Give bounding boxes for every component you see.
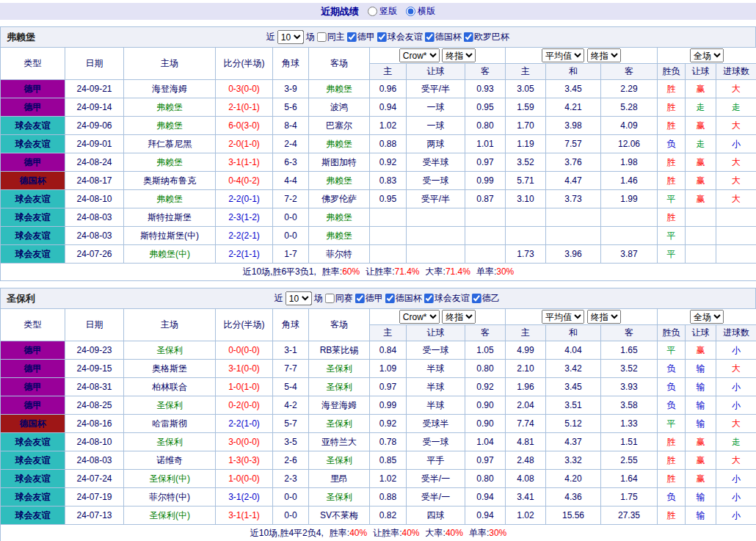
league-filter[interactable]: 德乙 — [472, 292, 500, 305]
match-count-select[interactable]: 10 — [277, 30, 304, 44]
odds-source-select[interactable]: Crow* — [399, 48, 440, 62]
away-team[interactable]: 弗赖堡 — [309, 172, 370, 190]
layout-option-horizontal[interactable]: 横版 — [406, 5, 435, 18]
league-filter[interactable]: 德甲 — [347, 31, 375, 43]
away-team[interactable]: 佛罗伦萨 — [309, 190, 370, 208]
away-team[interactable]: 亚特兰大 — [309, 433, 370, 451]
home-team[interactable]: 弗赖堡(中) — [124, 245, 216, 264]
home-team[interactable]: 斯特拉斯堡(中) — [124, 227, 216, 245]
away-team[interactable]: 菲尔特 — [309, 245, 370, 264]
league-badge[interactable]: 球会友谊 — [1, 488, 65, 506]
league-badge[interactable]: 德甲 — [1, 98, 65, 117]
away-team[interactable]: 斯图加特 — [309, 153, 370, 172]
scope-select[interactable]: 全场 — [690, 310, 724, 324]
odds-source-select[interactable]: Crow* — [399, 310, 440, 324]
league-badge[interactable]: 球会友谊 — [1, 245, 65, 264]
avg-stage-select[interactable]: 终指 — [587, 310, 621, 324]
league-filter[interactable]: 德甲 — [355, 292, 383, 305]
league-checkbox[interactable] — [425, 32, 435, 42]
home-team[interactable]: 海登海姆 — [124, 80, 216, 98]
league-badge[interactable]: 球会友谊 — [1, 451, 65, 470]
away-team[interactable]: 圣保利 — [309, 378, 370, 396]
home-team[interactable]: 圣保利(中) — [124, 506, 216, 525]
league-checkbox[interactable] — [385, 294, 395, 303]
home-team[interactable]: 奥格斯堡 — [124, 360, 216, 378]
league-badge[interactable]: 球会友谊 — [1, 135, 65, 153]
same-checkbox[interactable] — [317, 32, 327, 42]
league-badge[interactable]: 德国杯 — [1, 415, 65, 433]
league-checkbox[interactable] — [464, 32, 473, 42]
league-badge[interactable]: 德甲 — [1, 153, 65, 172]
league-badge[interactable]: 德甲 — [1, 378, 65, 396]
league-filter[interactable]: 欧罗巴杯 — [464, 31, 509, 43]
league-badge[interactable]: 德甲 — [1, 360, 65, 378]
home-team[interactable]: 诺维奇 — [124, 451, 216, 470]
avg-stage-select[interactable]: 终指 — [587, 48, 621, 62]
home-team[interactable]: 弗赖堡 — [124, 153, 216, 172]
home-team[interactable]: 柏林联合 — [124, 378, 216, 396]
home-team[interactable]: 弗赖堡 — [124, 190, 216, 208]
league-checkbox[interactable] — [347, 32, 357, 42]
score-halftime: 0-3(0-0) — [216, 80, 273, 98]
home-team[interactable]: 奥斯纳布鲁克 — [124, 172, 216, 190]
same-filter[interactable]: 同主 — [317, 31, 345, 43]
league-badge[interactable]: 球会友谊 — [1, 117, 65, 135]
away-team[interactable]: SV不莱梅 — [309, 506, 370, 525]
layout-option-vertical[interactable]: 竖版 — [368, 5, 397, 18]
away-team[interactable]: 圣保利 — [309, 360, 370, 378]
home-team[interactable]: 拜仁慕尼黑 — [124, 135, 216, 153]
away-team[interactable]: 海登海姆 — [309, 396, 370, 415]
league-badge[interactable]: 球会友谊 — [1, 227, 65, 245]
away-team[interactable]: 里昂 — [309, 470, 370, 488]
away-team[interactable]: 圣保利 — [309, 415, 370, 433]
league-badge[interactable]: 球会友谊 — [1, 470, 65, 488]
home-team[interactable]: 圣保利(中) — [124, 470, 216, 488]
home-team[interactable]: 弗赖堡 — [124, 98, 216, 117]
home-team[interactable]: 圣保利 — [124, 341, 216, 360]
away-team[interactable]: 弗赖堡 — [309, 135, 370, 153]
league-filter[interactable]: 球会友谊 — [377, 31, 423, 43]
home-team[interactable]: 哈雷斯彻 — [124, 415, 216, 433]
league-badge[interactable]: 德甲 — [1, 80, 65, 98]
vertical-radio[interactable] — [368, 7, 377, 16]
home-team[interactable]: 斯特拉斯堡 — [124, 208, 216, 227]
match-count-select[interactable]: 10 — [286, 291, 312, 305]
scope-select-cell: 全场 — [658, 48, 756, 64]
away-team[interactable]: 波鸿 — [309, 98, 370, 117]
league-checkbox[interactable] — [472, 294, 481, 303]
scope-select[interactable]: 全场 — [690, 48, 724, 62]
away-team[interactable]: 弗赖堡 — [309, 227, 370, 245]
home-team[interactable]: 菲尔特(中) — [124, 488, 216, 506]
league-badge[interactable]: 球会友谊 — [1, 190, 65, 208]
home-team[interactable]: 圣保利 — [124, 396, 216, 415]
league-badge[interactable]: 德甲 — [1, 341, 65, 360]
league-checkbox[interactable] — [355, 294, 365, 303]
avg-source-select[interactable]: 平均值 — [542, 310, 584, 324]
match-row: 球会友谊24-07-19菲尔特(中)3-1(2-0)0-0圣保利0.88受半/一… — [1, 488, 756, 506]
away-team[interactable]: 弗赖堡 — [309, 80, 370, 98]
league-badge[interactable]: 球会友谊 — [1, 208, 65, 227]
summary-stat-label: 让胜率: — [366, 266, 394, 277]
league-filter[interactable]: 球会友谊 — [424, 292, 470, 305]
away-team[interactable]: 弗赖堡 — [309, 208, 370, 227]
away-team[interactable]: 圣保利 — [309, 488, 370, 506]
league-checkbox[interactable] — [424, 294, 434, 303]
league-badge[interactable]: 球会友谊 — [1, 506, 65, 525]
away-team[interactable]: 圣保利 — [309, 451, 370, 470]
away-team[interactable]: RB莱比锡 — [309, 341, 370, 360]
league-filter[interactable]: 德国杯 — [425, 31, 462, 43]
league-badge[interactable]: 德国杯 — [1, 172, 65, 190]
same-checkbox[interactable] — [325, 294, 335, 303]
avg-source-select[interactable]: 平均值 — [542, 48, 584, 62]
away-team[interactable]: 巴塞尔 — [309, 117, 370, 135]
league-badge[interactable]: 球会友谊 — [1, 433, 65, 451]
home-team[interactable]: 弗赖堡 — [124, 117, 216, 135]
home-team[interactable]: 圣保利 — [124, 433, 216, 451]
league-checkbox[interactable] — [377, 32, 387, 42]
horizontal-radio[interactable] — [406, 7, 415, 16]
odds-stage-select[interactable]: 终指 — [442, 48, 476, 62]
league-badge[interactable]: 德甲 — [1, 396, 65, 415]
same-filter[interactable]: 同赛 — [325, 292, 353, 305]
league-filter[interactable]: 德国杯 — [385, 292, 422, 305]
odds-stage-select[interactable]: 终指 — [442, 310, 476, 324]
